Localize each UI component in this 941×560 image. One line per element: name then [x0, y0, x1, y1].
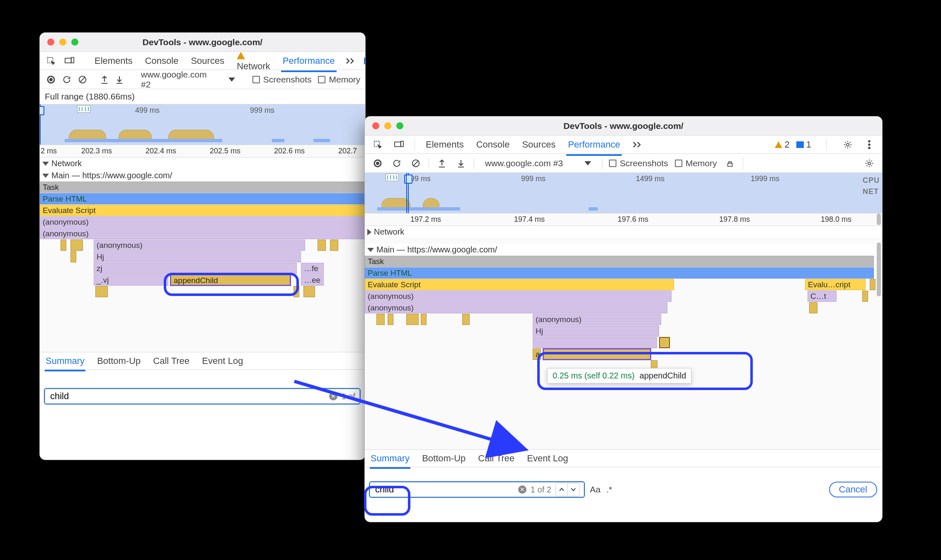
profile-select[interactable]: www.google.com #2 — [137, 69, 239, 90]
frame-row[interactable] — [533, 337, 657, 348]
reload-icon[interactable] — [62, 73, 71, 86]
reload-icon[interactable] — [390, 157, 403, 170]
close-icon[interactable] — [372, 122, 379, 129]
regex-toggle[interactable]: .* — [606, 485, 612, 495]
frame-vj[interactable]: _.vj — [94, 274, 168, 286]
memory-checkbox[interactable]: Memory — [675, 158, 717, 168]
frame-ct-clip[interactable]: C…t — [808, 291, 837, 302]
zoom-icon[interactable] — [396, 122, 403, 129]
frame-small[interactable] — [318, 240, 326, 251]
frame-task[interactable]: Task — [40, 182, 365, 193]
minimize-icon[interactable] — [384, 122, 391, 129]
search-nav[interactable] — [555, 483, 580, 496]
tab-sources[interactable]: Sources — [189, 52, 226, 70]
tab-console[interactable]: Console — [143, 52, 180, 70]
scroll-thumb[interactable] — [877, 242, 881, 296]
frame-appendchild-highlighted[interactable]: appendChild — [170, 274, 291, 286]
tab-network[interactable]: Network — [235, 47, 272, 75]
frame-small[interactable] — [61, 240, 66, 251]
clear-icon[interactable] — [78, 73, 87, 86]
tab-call-tree[interactable]: Call Tree — [152, 353, 190, 369]
tab-performance[interactable]: Performance — [281, 52, 337, 70]
warnings-badge[interactable]: 2 — [775, 139, 790, 150]
frame-small[interactable] — [870, 279, 876, 290]
frame-anonymous[interactable]: (anonymous) — [365, 291, 672, 302]
profile-select[interactable]: www.google.com #3 — [481, 158, 595, 169]
tab-call-tree[interactable]: Call Tree — [477, 451, 515, 466]
tab-event-log[interactable]: Event Log — [526, 451, 569, 466]
frame-fe[interactable]: …fe — [301, 263, 324, 274]
more-tabs-chevrons-icon[interactable] — [346, 55, 355, 67]
frame-anonymous[interactable]: (anonymous) — [533, 314, 661, 325]
frame-eval-script[interactable]: Evaluate Script — [40, 205, 365, 216]
overview-strip[interactable]: CPU NET 499 ms 999 ms 1499 ms 1999 ms — [365, 173, 882, 213]
frame-small[interactable] — [809, 302, 817, 313]
tab-summary[interactable]: Summary — [370, 451, 410, 466]
cancel-button[interactable]: Cancel — [829, 482, 877, 497]
memory-checkbox[interactable]: Memory — [318, 75, 360, 85]
download-icon[interactable] — [115, 73, 124, 86]
inspect-icon[interactable] — [371, 138, 384, 151]
frame-anonymous[interactable]: (anonymous) — [40, 216, 365, 228]
frame-anonymous[interactable]: (anonymous) — [365, 302, 667, 313]
record-icon[interactable] — [371, 157, 384, 170]
frame-eval-script-clip[interactable]: Evalu…cript — [805, 279, 866, 290]
frame-small[interactable] — [862, 291, 868, 302]
section-network[interactable]: Network — [40, 158, 365, 170]
match-case-toggle[interactable]: Aa — [590, 485, 601, 495]
frame-small[interactable] — [293, 286, 299, 297]
search-next-icon[interactable] — [568, 483, 579, 496]
frame-small[interactable] — [376, 314, 385, 325]
close-icon[interactable] — [47, 39, 54, 46]
tab-event-log[interactable]: Event Log — [201, 353, 244, 369]
scroll-thumb[interactable] — [877, 213, 881, 225]
search-input[interactable]: ✕ 1 of 2 — [370, 482, 584, 497]
frame-small[interactable] — [303, 286, 315, 297]
search-input[interactable]: ✕ 1 of — [45, 389, 360, 404]
download-icon[interactable] — [455, 157, 467, 170]
traffic-lights[interactable] — [47, 39, 78, 46]
frame-parse-html[interactable]: Parse HTML — [40, 193, 365, 204]
more-tabs-chevrons-icon[interactable] — [631, 138, 643, 151]
flame-chart[interactable]: Network Main — https://www.google.com/ T… — [365, 226, 882, 450]
zoom-handle-left[interactable] — [40, 104, 41, 145]
kebab-menu-icon[interactable] — [863, 138, 876, 151]
frame-small[interactable] — [659, 337, 670, 348]
frame-parse-html[interactable]: Parse HTML — [365, 267, 874, 279]
frame-hj[interactable]: Hj — [94, 251, 301, 262]
screenshots-checkbox[interactable]: Screenshots — [252, 75, 312, 85]
tab-elements[interactable]: Elements — [93, 52, 134, 70]
clear-search-icon[interactable]: ✕ — [518, 485, 526, 494]
inspect-icon[interactable] — [46, 55, 56, 67]
section-main[interactable]: Main — https://www.google.com/ — [365, 244, 882, 256]
frame-anonymous[interactable]: (anonymous) — [40, 228, 365, 239]
tab-console[interactable]: Console — [475, 136, 512, 153]
frame-task[interactable]: Task — [365, 256, 874, 267]
frame-a[interactable]: a — [533, 349, 541, 360]
frame-small[interactable] — [70, 240, 83, 251]
clear-icon[interactable] — [410, 157, 422, 170]
traffic-lights[interactable] — [372, 122, 403, 129]
record-icon[interactable] — [46, 73, 56, 86]
frame-small[interactable] — [388, 314, 393, 325]
minimize-icon[interactable] — [59, 39, 66, 46]
frame-small[interactable] — [70, 251, 76, 262]
tab-performance[interactable]: Performance — [566, 136, 622, 153]
search-field[interactable] — [49, 390, 325, 402]
search-field[interactable] — [374, 484, 514, 495]
tab-bottom-up[interactable]: Bottom-Up — [421, 451, 466, 466]
search-prev-icon[interactable] — [556, 483, 568, 496]
tab-elements[interactable]: Elements — [424, 136, 466, 153]
upload-icon[interactable] — [436, 157, 448, 170]
gear-icon[interactable] — [842, 138, 854, 151]
frame-small[interactable] — [406, 314, 419, 325]
upload-icon[interactable] — [100, 73, 109, 86]
device-toggle-icon[interactable] — [65, 55, 75, 67]
capture-settings-gear-icon[interactable] — [863, 157, 876, 170]
issues-badge[interactable]: 1 — [364, 56, 366, 66]
frame-small[interactable] — [95, 286, 108, 297]
tab-summary[interactable]: Summary — [45, 353, 85, 369]
frame-small[interactable] — [421, 314, 427, 325]
section-network[interactable]: Network — [365, 226, 882, 238]
flame-chart[interactable]: Network Main — https://www.google.com/ T… — [40, 158, 365, 352]
